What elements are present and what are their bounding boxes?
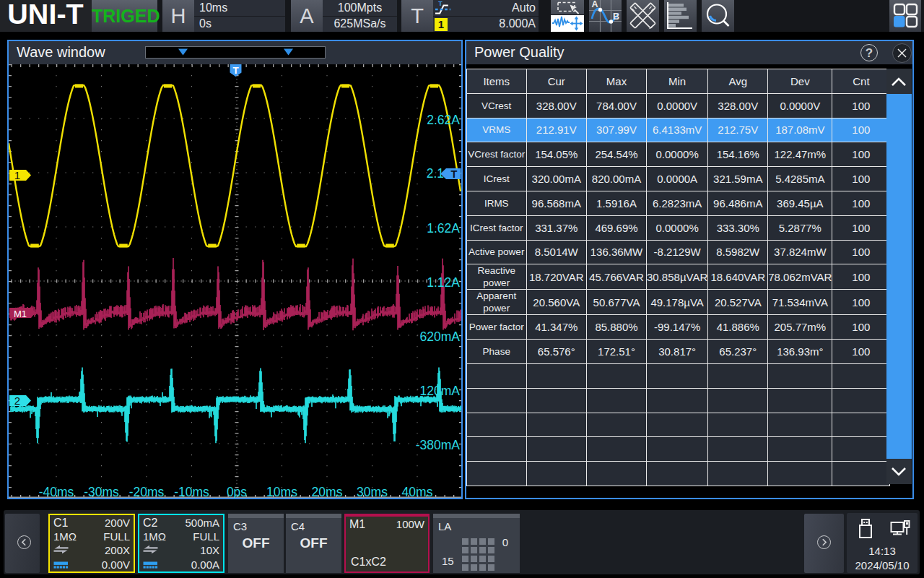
svg-text:-40ms: -40ms [39,485,74,498]
svg-text:1: 1 [14,169,20,181]
svg-text:-20ms: -20ms [129,485,165,498]
svg-text:T: T [438,0,443,7]
svg-text:120mA: 120mA [420,384,461,398]
svg-text:10ms: 10ms [266,485,297,498]
svg-text:B: B [613,12,619,22]
svg-text:1.12A: 1.12A [427,275,460,290]
svg-text:620mA: 620mA [420,329,461,344]
svg-text:0ps: 0ps [227,485,247,498]
svg-text:2.62A: 2.62A [427,113,460,127]
svg-text:T: T [232,65,239,76]
svg-text:40ms: 40ms [402,485,433,498]
svg-text:T: T [451,168,458,180]
svg-text:20ms: 20ms [312,485,343,498]
svg-text:-10ms: -10ms [174,485,209,498]
svg-text:M1: M1 [14,309,27,319]
svg-text:-30ms: -30ms [84,485,119,498]
svg-text:-380mA: -380mA [416,438,461,452]
svg-text:30ms: 30ms [357,485,388,498]
svg-text:2: 2 [14,394,20,407]
svg-text:1.62A: 1.62A [427,221,460,236]
svg-text:A: A [592,0,598,9]
